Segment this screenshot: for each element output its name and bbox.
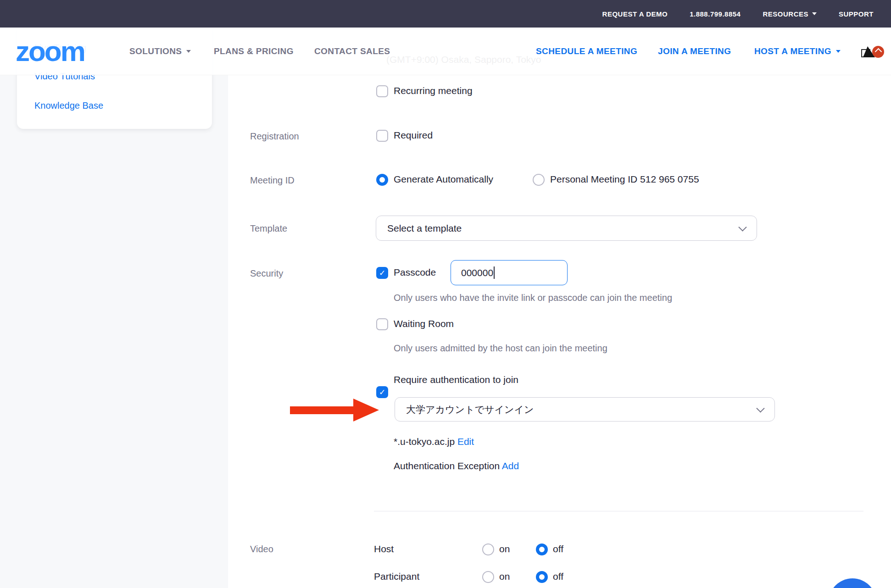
participant-video-off-label[interactable]: off bbox=[553, 571, 563, 582]
video-participant-label: Participant bbox=[374, 571, 419, 582]
personal-meeting-id-label[interactable]: Personal Meeting ID 512 965 0755 bbox=[550, 174, 699, 185]
edit-link[interactable]: Edit bbox=[457, 436, 474, 447]
phone-number[interactable]: 1.888.799.8854 bbox=[690, 10, 741, 18]
passcode-input[interactable]: 000000 bbox=[451, 260, 568, 285]
template-row-label: Template bbox=[250, 223, 287, 234]
host-video-on-label[interactable]: on bbox=[499, 544, 510, 555]
auth-method-select[interactable]: 大学アカウントでサインイン bbox=[395, 397, 775, 422]
chevron-down-icon bbox=[738, 223, 746, 231]
auth-domain-row: *.u-tokyo.ac.jp Edit bbox=[394, 436, 474, 447]
zoom-schedule-meeting-page: Live Training Video Tutorials Knowledge … bbox=[0, 0, 891, 588]
top-utility-bar: REQUEST A DEMO 1.888.799.8854 RESOURCES … bbox=[0, 0, 891, 28]
auth-exception-label: Authentication Exception bbox=[394, 460, 500, 471]
join-meeting-link[interactable]: JOIN A MEETING bbox=[658, 46, 731, 56]
meeting-id-row-label: Meeting ID bbox=[250, 175, 295, 186]
help-fab-button[interactable] bbox=[829, 578, 876, 588]
generate-automatically-label[interactable]: Generate Automatically bbox=[394, 174, 493, 185]
passcode-label[interactable]: Passcode bbox=[394, 267, 436, 278]
host-video-off-label[interactable]: off bbox=[553, 544, 563, 555]
video-row-label: Video bbox=[250, 544, 273, 555]
main-header: zoom SOLUTIONS PLANS & PRICING CONTACT S… bbox=[0, 28, 891, 75]
red-arrow-annotation-head bbox=[353, 399, 379, 422]
auth-method-value: 大学アカウントでサインイン bbox=[406, 403, 534, 416]
nav-solutions[interactable]: SOLUTIONS bbox=[129, 46, 191, 56]
require-auth-checkbox[interactable] bbox=[376, 386, 388, 398]
nav-solutions-label: SOLUTIONS bbox=[129, 46, 182, 56]
registration-required-label[interactable]: Required bbox=[394, 130, 433, 141]
participant-video-on-label[interactable]: on bbox=[499, 571, 510, 582]
nav-contact-sales[interactable]: CONTACT SALES bbox=[314, 46, 390, 56]
section-divider bbox=[374, 511, 863, 511]
waiting-room-checkbox[interactable] bbox=[376, 318, 388, 330]
auth-exception-row: Authentication Exception Add bbox=[394, 460, 519, 472]
recurring-meeting-checkbox[interactable] bbox=[376, 85, 388, 97]
host-meeting-label: HOST A MEETING bbox=[754, 46, 831, 56]
waiting-room-help-text: Only users admitted by the host can join… bbox=[394, 343, 607, 354]
add-link[interactable]: Add bbox=[502, 460, 519, 471]
resources-menu[interactable]: RESOURCES bbox=[763, 10, 817, 18]
chevron-down-icon bbox=[812, 12, 817, 15]
waiting-room-label[interactable]: Waiting Room bbox=[394, 318, 454, 329]
passcode-value: 000000 bbox=[461, 267, 493, 278]
registration-row-label: Registration bbox=[250, 131, 299, 142]
participant-video-on-radio[interactable] bbox=[482, 571, 494, 583]
zoom-logo[interactable]: zoom bbox=[16, 37, 84, 66]
registration-required-checkbox[interactable] bbox=[376, 130, 388, 142]
generate-automatically-radio[interactable] bbox=[376, 174, 388, 186]
require-auth-label[interactable]: Require authentication to join bbox=[394, 374, 518, 385]
schedule-meeting-link[interactable]: SCHEDULE A MEETING bbox=[536, 46, 637, 56]
host-meeting-menu[interactable]: HOST A MEETING bbox=[754, 46, 841, 56]
support-link[interactable]: SUPPORT bbox=[839, 10, 874, 18]
participant-video-off-radio[interactable] bbox=[536, 571, 548, 583]
request-demo-link[interactable]: REQUEST A DEMO bbox=[602, 10, 668, 18]
sidebar-item-knowledge-base[interactable]: Knowledge Base bbox=[34, 100, 103, 111]
recurring-meeting-label[interactable]: Recurring meeting bbox=[394, 85, 473, 96]
host-video-on-radio[interactable] bbox=[482, 544, 494, 555]
chevron-down-icon bbox=[836, 50, 841, 53]
template-select[interactable]: Select a template bbox=[376, 216, 757, 241]
nav-plans-pricing[interactable]: PLANS & PRICING bbox=[214, 46, 294, 56]
avatar[interactable] bbox=[860, 44, 885, 59]
template-select-value: Select a template bbox=[387, 223, 462, 234]
passcode-checkbox[interactable] bbox=[376, 267, 388, 279]
resources-label: RESOURCES bbox=[763, 10, 808, 18]
security-row-label: Security bbox=[250, 268, 283, 279]
text-cursor bbox=[494, 266, 495, 279]
passcode-help-text: Only users who have the invite link or p… bbox=[394, 293, 672, 303]
personal-meeting-id-radio[interactable] bbox=[533, 174, 545, 186]
host-video-off-radio[interactable] bbox=[536, 544, 548, 555]
red-arrow-annotation-shaft bbox=[290, 406, 354, 414]
chevron-down-icon bbox=[756, 404, 764, 412]
auth-domain-value: *.u-tokyo.ac.jp bbox=[394, 436, 455, 447]
chevron-down-icon bbox=[186, 50, 191, 53]
video-host-label: Host bbox=[374, 544, 394, 555]
